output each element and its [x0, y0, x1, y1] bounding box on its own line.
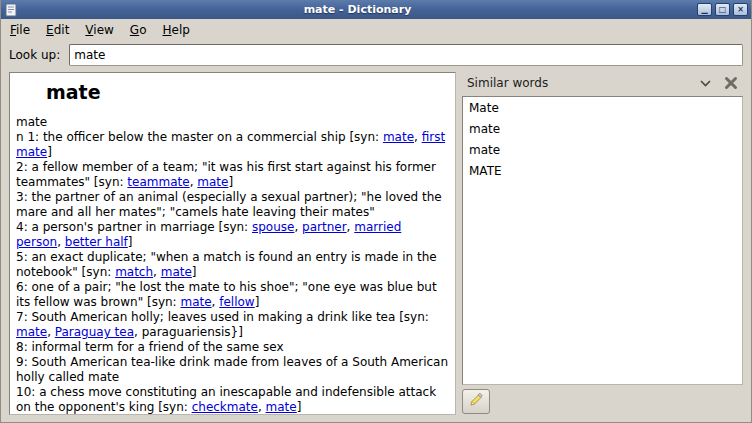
similar-words-title: Similar words [467, 76, 688, 90]
maximize-button[interactable]: □ [715, 3, 730, 16]
synonym-link[interactable]: mate [197, 175, 228, 189]
window-icon [4, 3, 18, 17]
lookup-row: Look up: [1, 40, 751, 70]
definition-block: 10: a chess move constituting an inescap… [16, 385, 449, 415]
definition-block: 5: an exact duplicate; "when a match is … [16, 250, 449, 280]
synonym-link[interactable]: mate [16, 325, 47, 339]
chevron-down-icon[interactable] [696, 74, 714, 92]
definition-text: 8: informal term for a friend of the sam… [16, 340, 284, 354]
definition-text: ] [192, 265, 197, 279]
synonym-link[interactable]: spouse [252, 220, 294, 234]
menu-file[interactable]: File [3, 21, 37, 39]
minimize-button[interactable]: ▁ [697, 3, 712, 16]
pencil-icon [468, 392, 484, 411]
definition-block: 4: a person's partner in marriage [syn: … [16, 220, 449, 250]
definition-text: ] [228, 175, 233, 189]
similar-words-header: Similar words [462, 72, 743, 96]
definition-block: 6: one of a pair; "he lost the mate to h… [16, 280, 449, 310]
lookup-input[interactable] [69, 44, 743, 66]
definition-text: , [258, 400, 266, 414]
menu-view[interactable]: View [78, 21, 120, 39]
definition-text: n 1: the officer below the master on a c… [16, 130, 383, 144]
definition-block: 9: South American tea-like drink made fr… [16, 355, 449, 385]
synonym-link[interactable]: mate [180, 295, 211, 309]
synonym-link[interactable]: match [115, 265, 153, 279]
main-area: mate maten 1: the officer below the mast… [1, 70, 751, 422]
similar-words-panel: Similar words MatematemateMATE [462, 72, 743, 415]
definition-block: 2: a fellow member of a team; "it was hi… [16, 160, 449, 190]
definition-text: , [414, 130, 422, 144]
synonym-link[interactable]: Paraguay tea [55, 325, 134, 339]
dictionary-window: mate - Dictionary ▁ □ × File Edit View G… [0, 0, 752, 423]
definition-block: 8: informal term for a friend of the sam… [16, 340, 449, 355]
synonym-link[interactable]: better half [65, 235, 128, 249]
window-controls: ▁ □ × [697, 3, 748, 16]
definition-text: 7: South American holly; leaves used in … [16, 310, 429, 324]
similar-word-item[interactable]: mate [463, 139, 742, 160]
synonym-link[interactable]: mate [383, 130, 414, 144]
definition-block: 7: South American holly; leaves used in … [16, 310, 449, 340]
definition-text: 3: the partner of an animal (especially … [16, 190, 442, 219]
synonym-link[interactable]: partner [302, 220, 347, 234]
close-icon[interactable] [722, 74, 740, 92]
edit-button[interactable] [462, 389, 490, 414]
definition-text: ] [255, 295, 260, 309]
definition-text: ] [128, 235, 133, 249]
similar-word-item[interactable]: mate [463, 118, 742, 139]
window-title: mate - Dictionary [21, 3, 694, 16]
sidebar-footer [462, 385, 743, 415]
definition-text: 9: South American tea-like drink made fr… [16, 355, 448, 384]
definition-text: ] [47, 145, 52, 159]
synonym-link[interactable]: checkmate [192, 400, 258, 414]
similar-word-item[interactable]: Mate [463, 97, 742, 118]
menu-go[interactable]: Go [123, 21, 154, 39]
headword: mate [46, 81, 449, 103]
similar-word-item[interactable]: MATE [463, 160, 742, 181]
definition-text: , [153, 265, 161, 279]
menu-edit[interactable]: Edit [39, 21, 76, 39]
menu-help[interactable]: Help [155, 21, 196, 39]
menubar: File Edit View Go Help [1, 19, 751, 40]
definition-text: , [47, 325, 55, 339]
definition-text: , paraguariensis}] [134, 325, 243, 339]
definition-text: 4: a person's partner in marriage [syn: [16, 220, 252, 234]
definition-text: ] [297, 400, 302, 414]
definition-text: 5: an exact duplicate; "when a match is … [16, 250, 437, 279]
synonym-link[interactable]: teammate [127, 175, 189, 189]
definition-block: mate [16, 115, 449, 130]
definition-panel[interactable]: mate maten 1: the officer below the mast… [9, 72, 456, 415]
synonym-link[interactable]: mate [266, 400, 297, 414]
definition-block: 3: the partner of an animal (especially … [16, 190, 449, 220]
definition-text: , [57, 235, 65, 249]
definition-block: n 1: the officer below the master on a c… [16, 130, 449, 160]
synonym-link[interactable]: mate [161, 265, 192, 279]
definition-text: , [294, 220, 302, 234]
titlebar[interactable]: mate - Dictionary ▁ □ × [1, 0, 751, 19]
definition-body: maten 1: the officer below the master on… [16, 115, 449, 415]
synonym-link[interactable]: fellow [219, 295, 254, 309]
definition-text: mate [16, 115, 47, 129]
similar-words-list[interactable]: MatematemateMATE [462, 96, 743, 385]
lookup-label: Look up: [9, 48, 60, 62]
close-button[interactable]: × [733, 3, 748, 16]
